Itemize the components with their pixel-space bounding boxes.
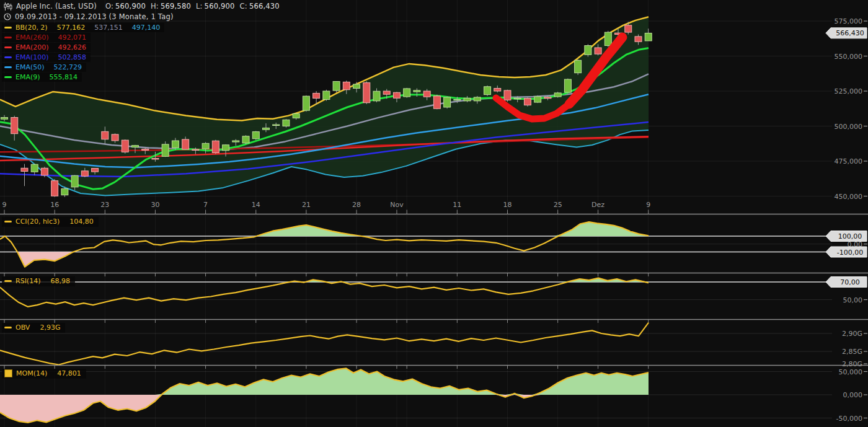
mom-title-label: MOM(14) (16, 369, 47, 377)
price-axis-label: 450,000 (835, 193, 863, 201)
legend-row-ema-260-[interactable]: EMA(260)492,071 (2, 33, 91, 42)
x-axis-label: 7 (203, 201, 208, 209)
candle-up (585, 46, 591, 55)
cci-oversold-fill (0, 252, 649, 267)
obv-axis-label: 2,85G (842, 348, 862, 356)
legend-value: 577,162 (57, 24, 86, 32)
panel-mom: 50,0000,000-50,000 (0, 366, 868, 423)
panel-rsi: 50,00 (0, 273, 868, 318)
x-axis-label: 14 (252, 201, 260, 209)
legend-name: EMA(100) (16, 53, 49, 61)
rsi-level-badge-text: 70,00 (840, 278, 860, 286)
candle-up (554, 93, 561, 97)
ohlc-label: H: (151, 2, 159, 11)
yellow-dash-icon (4, 327, 12, 328)
candle-up (373, 91, 380, 101)
legend-value: 497,140 (132, 24, 161, 32)
legend-row-ema-50-[interactable]: EMA(50)522,729 (2, 63, 86, 72)
line-color-icon (4, 37, 12, 38)
candle-up (223, 145, 229, 151)
candle-down (423, 91, 430, 97)
mom-panel-title[interactable]: MOM(14) 47,801 (2, 369, 86, 379)
cci-level-badge-text: -100,00 (837, 249, 863, 257)
obv-axis-label: 2,80G (842, 360, 862, 368)
candle-down (11, 117, 18, 133)
cci-panel-title[interactable]: CCI(20, hlc3) 104,80 (2, 217, 99, 227)
legend-value: 502,858 (58, 53, 87, 61)
candle-down (142, 149, 149, 151)
legend-row-ema-100-[interactable]: EMA(100)502,858 (2, 53, 91, 62)
mom-axis-label: -50,000 (836, 415, 862, 423)
x-axis-label: 21 (302, 201, 311, 209)
candle-down (81, 171, 88, 176)
legend-name: EMA(260) (16, 33, 49, 42)
candle-up (333, 81, 340, 90)
candle-up (444, 97, 451, 107)
candle-up (61, 189, 68, 195)
candle-down (102, 131, 108, 139)
candle-up (232, 141, 239, 142)
candle-up (242, 136, 249, 143)
obv-line (0, 323, 649, 365)
candle-down (544, 97, 551, 99)
candle-down (51, 181, 58, 196)
x-axis-label: 30 (151, 201, 159, 209)
candle-down (313, 93, 320, 98)
candle-down (524, 99, 531, 105)
candle-down (21, 168, 28, 171)
candle-up (323, 91, 330, 100)
candle-down (152, 158, 159, 159)
candle-up (172, 141, 179, 147)
candle-up (645, 33, 652, 40)
line-color-icon (4, 56, 12, 58)
x-axis-label: Nov (390, 201, 404, 209)
x-axis-label: 23 (100, 201, 109, 209)
legend-row-ema-200-[interactable]: EMA(200)492,626 (2, 43, 91, 52)
candle-down (433, 96, 440, 108)
x-axis-label: Dez (591, 201, 604, 209)
cci-title-label: CCI(20, hlc3) (16, 218, 60, 226)
candle-up (131, 146, 138, 147)
clock-icon (4, 13, 11, 20)
legend-name: EMA(9) (16, 73, 40, 81)
candle-down (212, 141, 219, 152)
legend-value: 537,151 (94, 24, 123, 32)
candle-down (635, 37, 642, 42)
candle-down (494, 88, 501, 91)
instrument-title: Apple Inc. (Last, USD) (16, 2, 97, 11)
cci-level-badge-text: 100,00 (838, 232, 862, 240)
candle-up (404, 89, 410, 97)
candle-up (293, 113, 299, 118)
ohlc-label: O: (105, 2, 113, 11)
line-color-icon (4, 76, 12, 78)
price-axis-label: 475,000 (835, 157, 863, 165)
obv-title-label: OBV (16, 324, 30, 332)
rsi-panel-title[interactable]: RSI(14) 68,98 (2, 276, 75, 286)
last-price-badge-text: 566,430 (836, 29, 864, 37)
candlestick-chart-icon (4, 2, 12, 11)
ohlc-value: 566,430 (249, 2, 280, 11)
candle-down (41, 168, 48, 175)
candle-down (343, 82, 350, 89)
candle-up (202, 143, 209, 149)
obv-panel-title[interactable]: OBV 2,93G (2, 323, 65, 333)
obv-axis-label: 2,90G (842, 330, 862, 338)
mom-axis-label: 0,000 (843, 391, 863, 399)
ohlc-label: C: (240, 2, 247, 11)
yellow-dash-icon (4, 221, 12, 222)
x-axis: 91623307142128Nov111825Dez9 (0, 201, 868, 214)
price-axis-label: 500,000 (835, 123, 863, 131)
chart-canvas[interactable]: 91623307142128Nov111825Dez9575,000550,00… (0, 0, 868, 427)
legend-row-bb-20-2-[interactable]: BB(20, 2)577,162537,151497,140 (2, 23, 164, 32)
candle-up (252, 132, 259, 139)
legend-name: BB(20, 2) (16, 24, 48, 32)
instrument-header: Apple Inc. (Last, USD) O:560,900H:569,58… (4, 2, 280, 11)
price-axis: 575,000550,000525,000500,000475,000450,0… (835, 17, 868, 201)
ohlc-value: 569,580 (161, 2, 191, 11)
candle-down (192, 149, 199, 151)
candle-up (71, 175, 78, 187)
legend-row-ema-9-[interactable]: EMA(9)555,814 (2, 73, 82, 82)
candle-up (262, 128, 269, 130)
panel-cci: 0,00 (0, 222, 867, 267)
x-axis-label: 9 (2, 201, 7, 209)
